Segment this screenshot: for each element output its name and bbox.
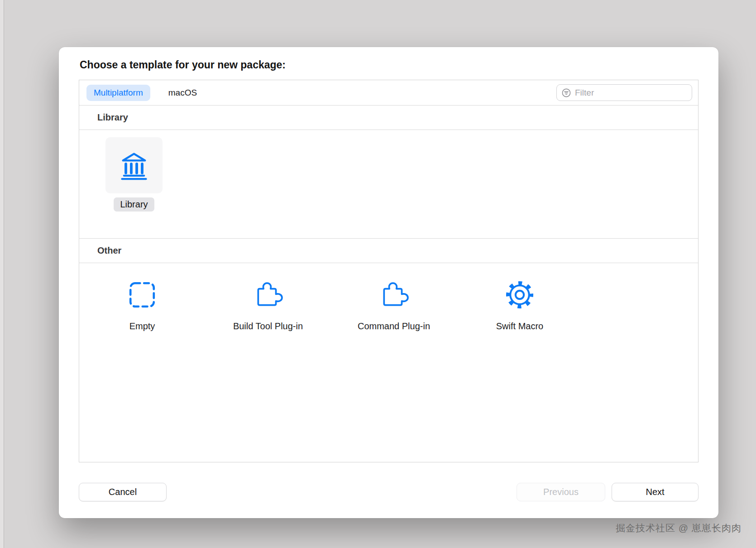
library-columns-icon	[118, 149, 150, 182]
template-item-label: Build Tool Plug-in	[233, 321, 303, 332]
filter-icon	[561, 88, 571, 98]
template-item-build-tool-plugin[interactable]: Build Tool Plug-in	[205, 279, 331, 332]
template-item-library[interactable]: Library	[105, 137, 163, 212]
template-chooser-panel: Multiplatform macOS Library	[79, 80, 699, 462]
dialog-title: Choose a template for your new package:	[80, 59, 286, 71]
new-package-template-dialog: Choose a template for your new package: …	[59, 47, 718, 518]
section-header-library: Library	[79, 106, 698, 130]
library-item-tile[interactable]	[105, 137, 163, 193]
template-item-label: Empty	[129, 321, 155, 332]
empty-dashed-square-icon	[127, 279, 157, 310]
cancel-button[interactable]: Cancel	[79, 483, 167, 501]
gear-icon	[504, 279, 535, 310]
library-item-label: Library	[114, 197, 154, 212]
tab-multiplatform[interactable]: Multiplatform	[86, 85, 150, 101]
desktop-background: { "dialog": { "title": "Choose a templat…	[0, 0, 756, 548]
template-item-empty[interactable]: Empty	[79, 279, 205, 332]
other-section-content: Empty Build Tool Plug-in Command Plug-in	[79, 263, 698, 462]
watermark-text: 掘金技术社区 @ 崽崽长肉肉	[616, 522, 742, 534]
tab-macos[interactable]: macOS	[168, 88, 197, 98]
platform-tabbar: Multiplatform macOS	[79, 80, 698, 106]
puzzle-piece-icon	[252, 279, 284, 310]
previous-button[interactable]: Previous	[517, 483, 605, 501]
section-header-other: Other	[79, 239, 698, 263]
template-item-swift-macro[interactable]: Swift Macro	[457, 279, 583, 332]
window-edge-divider	[0, 0, 4, 548]
next-button[interactable]: Next	[612, 483, 699, 501]
template-item-label: Command Plug-in	[358, 321, 430, 332]
template-item-command-plugin[interactable]: Command Plug-in	[331, 279, 457, 332]
template-item-label: Swift Macro	[496, 321, 543, 332]
filter-input[interactable]	[575, 88, 687, 98]
puzzle-piece-icon	[378, 279, 410, 310]
filter-field[interactable]	[556, 84, 692, 101]
library-section-content: Library	[79, 130, 698, 239]
